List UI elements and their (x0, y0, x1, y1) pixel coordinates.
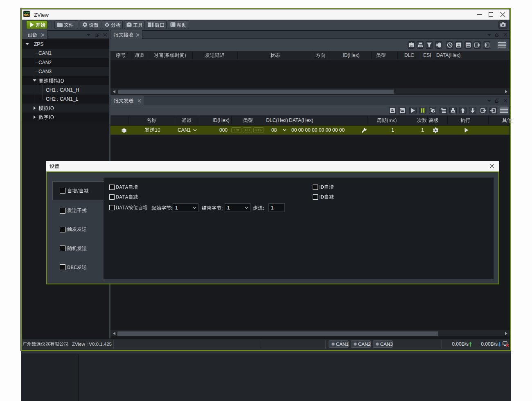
svg-text:ID: ID (458, 43, 460, 46)
svg-text:10: 10 (410, 45, 413, 47)
svg-text:ID: ID (391, 109, 394, 111)
svg-text:Data: Data (400, 109, 404, 111)
svg-text:Data: Data (466, 44, 470, 46)
